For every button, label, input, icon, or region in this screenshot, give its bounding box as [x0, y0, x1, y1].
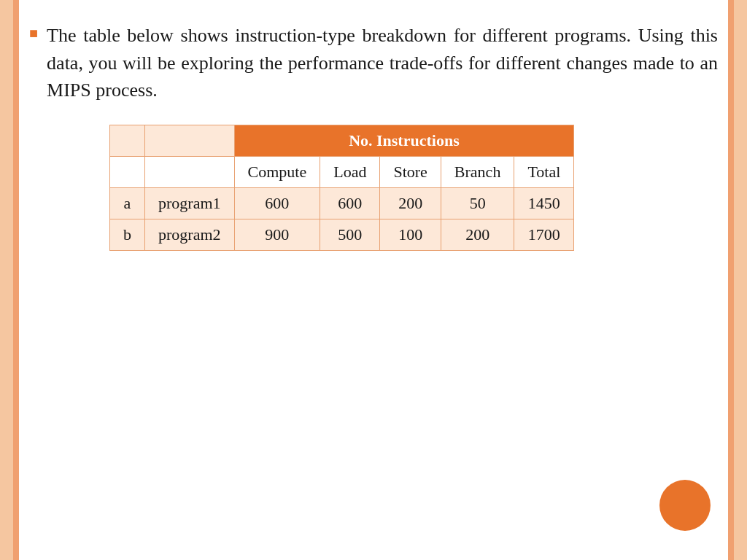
row-a-program: program1: [145, 188, 235, 219]
row-a-compute: 600: [234, 188, 320, 219]
right-border-inner: [728, 0, 734, 560]
table-container: No. Instructions Compute Load Store Bran…: [109, 125, 718, 251]
left-border-inner: [13, 0, 19, 560]
instruction-table: No. Instructions Compute Load Store Bran…: [109, 125, 574, 251]
row-b-compute: 900: [234, 219, 320, 251]
subheader-compute: Compute: [234, 157, 320, 188]
left-border-outer: [0, 0, 13, 560]
main-content: ■ The table below shows instruction-type…: [29, 22, 718, 538]
empty-header-2: [145, 125, 235, 157]
header-row-1: No. Instructions: [110, 125, 574, 157]
row-b-total: 1700: [514, 219, 574, 251]
row-a-total: 1450: [514, 188, 574, 219]
table-row: a program1 600 600 200 50 1450: [110, 188, 574, 219]
empty-header-1: [110, 125, 145, 157]
header-row-2: Compute Load Store Branch Total: [110, 157, 574, 188]
row-a-branch: 50: [441, 188, 514, 219]
row-a-load: 600: [320, 188, 380, 219]
row-b-branch: 200: [441, 219, 514, 251]
row-b-program: program2: [145, 219, 235, 251]
empty-sub-2: [145, 157, 235, 188]
bullet-section: ■ The table below shows instruction-type…: [29, 22, 718, 104]
row-b-letter: b: [110, 219, 145, 251]
subheader-total: Total: [514, 157, 574, 188]
main-header-cell: No. Instructions: [234, 125, 574, 157]
row-b-load: 500: [320, 219, 380, 251]
subheader-branch: Branch: [441, 157, 514, 188]
subheader-load: Load: [320, 157, 380, 188]
subheader-store: Store: [380, 157, 441, 188]
empty-sub-1: [110, 157, 145, 188]
right-border-outer: [734, 0, 747, 560]
row-b-store: 100: [380, 219, 441, 251]
paragraph-text: The table below shows instruction-type b…: [47, 22, 718, 104]
bullet-icon: ■: [29, 25, 38, 42]
row-a-store: 200: [380, 188, 441, 219]
table-row: b program2 900 500 100 200 1700: [110, 219, 574, 251]
row-a-letter: a: [110, 188, 145, 219]
orange-circle-decoration: [659, 480, 711, 531]
